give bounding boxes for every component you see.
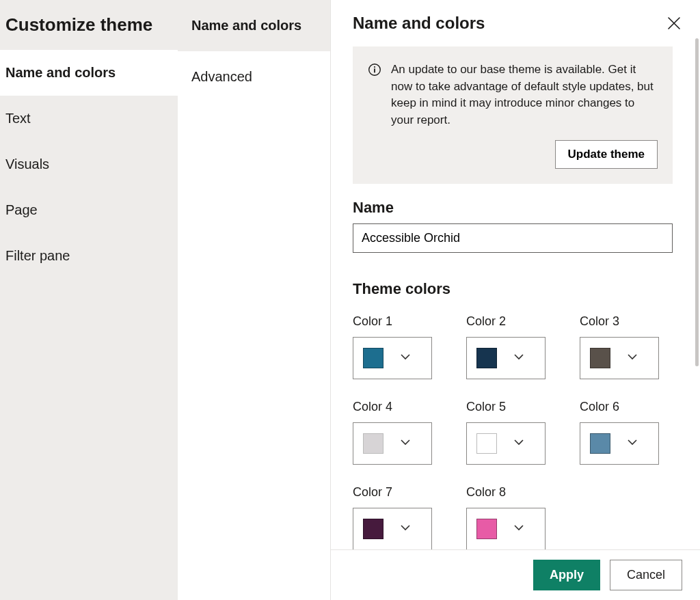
color-slot-label: Color 2: [466, 314, 548, 329]
leftnav-item-label: Text: [5, 111, 31, 126]
main-pane: Name and colors An update to our base th…: [331, 0, 700, 600]
color-swatch: [476, 519, 497, 539]
color-picker-6[interactable]: [580, 422, 659, 465]
color-slot-label: Color 5: [466, 400, 548, 414]
color-slot-label: Color 1: [353, 314, 435, 329]
color-swatch: [363, 348, 383, 368]
color-slot-3: Color 3: [580, 314, 662, 379]
color-slot-7: Color 7: [353, 485, 435, 549]
apply-button[interactable]: Apply: [533, 560, 600, 590]
customize-theme-dialog: Customize theme Name and colors Text Vis…: [0, 0, 700, 600]
subnav: Name and colors Advanced: [178, 0, 331, 600]
color-slot-label: Color 7: [353, 485, 435, 500]
close-button[interactable]: [664, 14, 684, 33]
color-slot-label: Color 6: [580, 400, 662, 414]
color-slot-label: Color 8: [466, 485, 548, 500]
color-swatch: [590, 433, 610, 454]
color-picker-4[interactable]: [353, 422, 432, 465]
color-swatch: [476, 348, 497, 368]
close-icon: [668, 17, 680, 29]
color-slot-5: Color 5: [466, 400, 548, 465]
main-header: Name and colors: [331, 0, 700, 38]
subnav-item-advanced[interactable]: Advanced: [178, 51, 330, 103]
color-swatch: [476, 433, 497, 454]
svg-rect-2: [374, 68, 375, 72]
leftnav-item-visuals[interactable]: Visuals: [0, 141, 178, 187]
color-picker-8[interactable]: [466, 508, 546, 549]
color-picker-5[interactable]: [466, 422, 546, 465]
color-slot-2: Color 2: [466, 314, 548, 379]
chevron-down-icon: [400, 351, 411, 365]
dialog-footer: Apply Cancel: [331, 549, 700, 600]
chevron-down-icon: [627, 437, 638, 450]
color-slot-label: Color 3: [580, 314, 662, 329]
chevron-down-icon: [513, 351, 524, 365]
update-banner: An update to our base theme is available…: [353, 46, 673, 184]
chevron-down-icon: [627, 351, 638, 365]
leftnav-item-text[interactable]: Text: [0, 96, 178, 141]
leftnav-item-filter-pane[interactable]: Filter pane: [0, 233, 178, 279]
svg-point-1: [374, 66, 375, 68]
leftnav-item-label: Visuals: [5, 156, 49, 172]
leftnav-item-name-and-colors[interactable]: Name and colors: [0, 50, 178, 96]
info-icon: [368, 63, 381, 79]
color-swatch: [363, 519, 383, 539]
color-picker-2[interactable]: [466, 337, 546, 379]
color-swatch: [363, 433, 383, 454]
leftnav-item-label: Filter pane: [5, 248, 70, 263]
theme-colors-heading: Theme colors: [353, 280, 673, 298]
page-title: Name and colors: [353, 14, 664, 33]
update-theme-button[interactable]: Update theme: [555, 140, 658, 169]
leftnav-item-label: Page: [5, 202, 38, 217]
chevron-down-icon: [513, 522, 524, 536]
theme-color-grid: Color 1 Color 2 Color 3: [353, 314, 673, 549]
color-picker-1[interactable]: [353, 337, 432, 379]
dialog-title: Customize theme: [0, 0, 178, 50]
name-label: Name: [353, 199, 673, 217]
chevron-down-icon: [400, 522, 411, 536]
banner-message: An update to our base theme is available…: [391, 62, 658, 129]
color-picker-3[interactable]: [580, 337, 659, 379]
leftnav: Customize theme Name and colors Text Vis…: [0, 0, 178, 600]
leftnav-item-page[interactable]: Page: [0, 187, 178, 233]
scroll-area[interactable]: An update to our base theme is available…: [331, 38, 700, 549]
color-slot-4: Color 4: [353, 400, 435, 465]
chevron-down-icon: [513, 437, 524, 450]
chevron-down-icon: [400, 437, 411, 450]
leftnav-item-label: Name and colors: [5, 65, 116, 80]
subnav-item-label: Advanced: [191, 69, 252, 84]
color-swatch: [590, 348, 610, 368]
theme-name-input[interactable]: [353, 223, 673, 253]
subnav-item-label: Name and colors: [191, 18, 301, 33]
scrollbar-thumb[interactable]: [695, 38, 699, 366]
color-picker-7[interactable]: [353, 508, 432, 549]
cancel-button[interactable]: Cancel: [610, 560, 682, 590]
color-slot-1: Color 1: [353, 314, 435, 379]
color-slot-label: Color 4: [353, 400, 435, 414]
color-slot-8: Color 8: [466, 485, 548, 549]
color-slot-6: Color 6: [580, 400, 662, 465]
subnav-item-name-and-colors[interactable]: Name and colors: [178, 0, 330, 51]
